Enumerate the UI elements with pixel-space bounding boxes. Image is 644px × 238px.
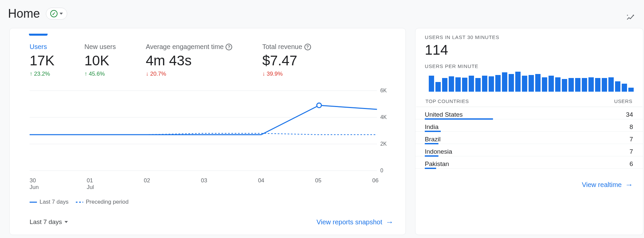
spark-bar	[628, 88, 634, 92]
spark-bar	[622, 84, 627, 92]
arrow-right-icon: →	[625, 180, 633, 189]
spark-bar	[608, 77, 614, 92]
spark-bar	[475, 78, 481, 92]
metric-label: Average engagement time ?	[146, 43, 232, 51]
spark-bar	[582, 78, 587, 92]
country-name: Brazil	[425, 136, 441, 143]
chevron-down-icon	[65, 221, 68, 223]
spark-bar	[602, 78, 607, 92]
spark-bar	[495, 75, 501, 92]
metric-delta: ↓ 39.9%	[262, 71, 311, 77]
spark-bar	[555, 77, 561, 92]
status-chip[interactable]: ✓	[46, 8, 67, 20]
realtime-heading: USERS IN LAST 30 MINUTES	[425, 34, 499, 40]
x-tick: 05	[315, 177, 328, 191]
x-tick: 30Jun	[30, 177, 43, 191]
country-name: United States	[425, 111, 463, 118]
country-row[interactable]: India8	[415, 119, 643, 132]
help-icon[interactable]: ?	[304, 44, 311, 50]
spark-bar	[588, 77, 594, 92]
metric-total-revenue[interactable]: Total revenue ?$7.47↓ 39.9%	[262, 43, 311, 77]
spark-bar	[429, 76, 434, 92]
country-row[interactable]: Brazil7	[415, 132, 643, 144]
svg-text:2K: 2K	[380, 141, 387, 147]
metric-delta: ↓ 20.7%	[146, 71, 232, 77]
metric-value: 4m 43s	[146, 53, 232, 69]
spark-bar	[455, 77, 461, 92]
country-bar	[425, 168, 436, 169]
spark-bar	[575, 78, 580, 92]
spark-bar	[482, 76, 487, 92]
page-title: Home	[8, 7, 40, 21]
help-icon[interactable]: ?	[226, 44, 232, 50]
spark-bar	[442, 78, 447, 92]
svg-text:6K: 6K	[380, 88, 387, 93]
spark-bar	[469, 76, 474, 92]
active-tab-indicator	[29, 34, 48, 36]
country-name: Indonesia	[425, 148, 452, 155]
metric-delta: ↑ 23.2%	[30, 71, 55, 77]
spark-bar	[542, 77, 547, 92]
legend-swatch-dashed	[76, 202, 83, 203]
country-name: India	[425, 123, 438, 131]
x-axis-labels: 30Jun01Jul0203040506	[30, 177, 386, 191]
spark-bar	[595, 78, 600, 92]
legend-label: Preceding period	[86, 199, 129, 205]
spark-bar	[568, 78, 574, 92]
metric-label: New users	[84, 43, 116, 51]
country-row[interactable]: Indonesia7	[415, 144, 643, 156]
realtime-subheading: USERS PER MINUTE	[415, 61, 643, 72]
users-per-minute-sparkline	[415, 72, 643, 95]
insights-icon[interactable]	[626, 13, 635, 23]
spark-bar	[489, 76, 494, 92]
x-tick: 03	[201, 177, 214, 191]
metric-average-engagement-time[interactable]: Average engagement time ?4m 43s↓ 20.7%	[146, 43, 232, 77]
country-users: 7	[629, 136, 633, 143]
date-range-selector[interactable]: Last 7 days	[30, 218, 68, 226]
svg-text:4K: 4K	[380, 114, 387, 120]
realtime-card: USERS IN LAST 30 MINUTES 114 USERS PER M…	[415, 28, 643, 235]
spark-bar	[509, 74, 514, 92]
spark-bar	[562, 79, 567, 92]
chart-legend: Last 7 days Preceding period	[30, 199, 405, 205]
country-table-header: TOP COUNTRIES USERS	[416, 95, 642, 107]
x-tick: 04	[258, 177, 271, 191]
view-realtime-link[interactable]: View realtime →	[582, 180, 633, 189]
view-reports-snapshot-link[interactable]: View reports snapshot →	[316, 217, 394, 227]
spark-bar	[615, 81, 620, 92]
legend-swatch-solid	[30, 202, 37, 203]
spark-bar	[522, 76, 527, 92]
spark-bar	[515, 72, 521, 92]
svg-text:0: 0	[380, 168, 383, 173]
country-users: 8	[629, 123, 633, 131]
country-users: 6	[629, 160, 633, 168]
metric-value: 17K	[30, 53, 55, 69]
metric-value: 10K	[84, 53, 116, 69]
realtime-user-count: 114	[415, 40, 643, 61]
spark-bar	[462, 78, 467, 92]
country-row[interactable]: Pakistan6	[415, 156, 643, 169]
spark-bar	[502, 72, 507, 92]
x-tick: 01Jul	[87, 177, 100, 191]
chevron-down-icon	[60, 13, 63, 15]
arrow-right-icon: →	[386, 217, 394, 227]
line-chart: 02K4K6K	[30, 87, 394, 174]
legend-label: Last 7 days	[40, 199, 69, 205]
metric-delta: ↑ 45.6%	[84, 71, 116, 77]
svg-point-8	[317, 103, 321, 108]
x-tick: 02	[144, 177, 157, 191]
metric-value: $7.47	[262, 53, 311, 69]
spark-bar	[549, 76, 554, 92]
country-row[interactable]: United States34	[415, 107, 643, 119]
x-tick: 06	[372, 177, 386, 191]
spark-bar	[435, 82, 441, 92]
spark-bar	[535, 74, 541, 92]
check-icon: ✓	[50, 10, 58, 17]
metric-label: Total revenue ?	[262, 43, 311, 51]
country-users: 34	[626, 111, 633, 118]
spark-bar	[449, 76, 454, 92]
metric-users[interactable]: Users17K↑ 23.2%	[30, 43, 55, 77]
metric-new-users[interactable]: New users10K↑ 45.6%	[84, 43, 116, 77]
metric-label: Users	[30, 43, 55, 51]
country-users: 7	[629, 148, 633, 155]
